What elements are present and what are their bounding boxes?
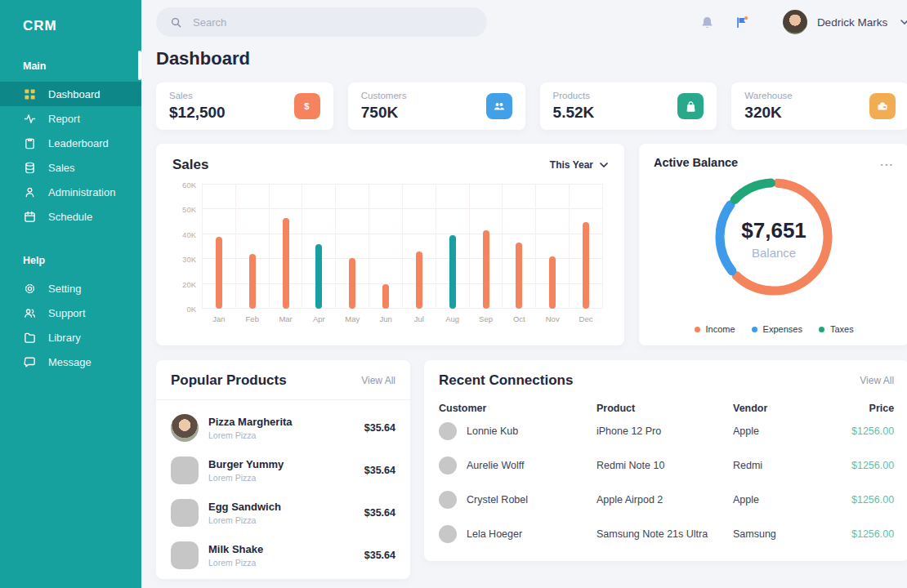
table-row[interactable]: Lela HoegerSamsung Note 21s UltraSamsung… — [439, 517, 894, 551]
customer-cell: Lonnie Kub — [439, 422, 596, 440]
topbar-right: Dedrick Marks — [700, 10, 907, 34]
product-cell: Redmi Note 10 — [596, 460, 733, 471]
sidebar-item-label: Sales — [48, 162, 75, 174]
sidebar-item-label: Schedule — [48, 211, 92, 223]
stat-text: Customers750K — [361, 91, 407, 122]
column-header-product: Product — [596, 403, 733, 414]
bar-jul — [416, 252, 422, 309]
sidebar-item-label: Library — [48, 332, 81, 344]
connections-table-header: CustomerProductVendorPrice — [439, 403, 894, 414]
product-info: Milk ShakeLorem Pizza — [208, 543, 263, 568]
connections-view-all-link[interactable]: View All — [860, 375, 894, 386]
vendor-cell: Apple — [733, 494, 851, 506]
topbar: Dedrick Marks — [156, 6, 907, 38]
lists-row: Popular Products View All Pizza Margheri… — [156, 360, 907, 579]
people-icon — [486, 93, 512, 119]
database-icon — [23, 161, 36, 174]
recent-connections-card: Recent Connections View All CustomerProd… — [424, 360, 907, 561]
product-item-burger-yummy[interactable]: Burger YummyLorem Pizza$35.64 — [171, 449, 395, 492]
year-filter-label: This Year — [550, 159, 593, 171]
products-view-all-link[interactable]: View All — [361, 375, 395, 386]
chevron-down-icon — [600, 163, 608, 167]
table-row[interactable]: Crystel RobelApple Airpod 2Apple$1256.00 — [439, 483, 894, 517]
chevron-down-icon[interactable] — [900, 20, 907, 24]
recent-connections-title: Recent Connections — [439, 372, 573, 389]
table-row[interactable]: Lonnie KubiPhone 12 ProApple$1256.00 — [439, 414, 894, 448]
x-tick-label: Jan — [203, 314, 235, 323]
sidebar-item-administration[interactable]: Administration — [0, 180, 141, 204]
product-thumbnail — [171, 541, 199, 569]
column-header-vendor: Vendor — [733, 403, 851, 414]
year-filter-dropdown[interactable]: This Year — [550, 159, 608, 171]
connections-table-body: Lonnie KubiPhone 12 ProApple$1256.00Aure… — [439, 414, 894, 551]
stat-card-products: Products5.52K — [540, 82, 717, 130]
sidebar-nav: MainDashboardReportLeaderboardSalesAdmin… — [0, 60, 141, 374]
product-item-milk-shake[interactable]: Milk ShakeLorem Pizza$35.64 — [171, 534, 395, 577]
sidebar-scrollbar[interactable] — [138, 51, 141, 80]
x-tick-label: May — [336, 314, 369, 323]
product-thumbnail — [171, 414, 199, 442]
sales-bar-chart: 0K20K30K40K50K60KJanFebMarAprMayJunJulAu… — [172, 176, 608, 330]
x-tick-label: Jun — [369, 314, 402, 323]
y-tick-label: 50K — [182, 205, 196, 214]
product-item-egg-sandwich[interactable]: Egg SandwichLorem Pizza$35.64 — [171, 492, 395, 534]
sidebar-item-dashboard[interactable]: Dashboard — [0, 82, 141, 106]
product-cell: Samsung Note 21s Ultra — [596, 528, 733, 540]
user-name[interactable]: Dedrick Marks — [817, 16, 887, 29]
notification-bell-icon[interactable] — [700, 16, 714, 29]
legend-item-taxes: Taxes — [819, 324, 854, 334]
clipboard-icon — [23, 136, 36, 149]
product-price: $35.64 — [364, 550, 395, 561]
box-icon — [869, 93, 896, 119]
product-subtitle: Lorem Pizza — [208, 430, 293, 440]
product-subtitle: Lorem Pizza — [208, 515, 281, 525]
stat-value: 5.52K — [553, 104, 595, 122]
table-row[interactable]: Aurelie WolffRedmi Note 10Redmi$1256.00 — [439, 448, 894, 483]
sidebar-item-library[interactable]: Library — [0, 325, 141, 350]
bar-jan — [216, 237, 222, 309]
chart-column-aug: Aug — [436, 185, 469, 309]
product-subtitle: Lorem Pizza — [208, 473, 284, 483]
stat-label: Warehouse — [744, 91, 792, 100]
stat-card-sales: Sales$12,500$ — [156, 82, 333, 130]
search-input[interactable] — [193, 16, 473, 29]
column-header-customer: Customer — [439, 403, 596, 414]
sidebar-item-label: Administration — [48, 186, 115, 198]
chart-column-nov: Nov — [535, 185, 569, 309]
sidebar-item-leaderboard[interactable]: Leaderboard — [0, 131, 141, 155]
vendor-cell: Redmi — [733, 460, 851, 471]
product-name: Burger Yummy — [208, 458, 284, 470]
stat-text: Warehouse320K — [744, 91, 792, 122]
y-tick-label: 60K — [182, 180, 196, 189]
price-cell: $1256.00 — [851, 494, 894, 506]
chart-column-mar: Mar — [269, 185, 302, 309]
product-price: $35.64 — [364, 465, 395, 476]
balance-donut-chart: $7,651 Balance — [709, 172, 838, 305]
sidebar-item-support[interactable]: Support — [0, 301, 141, 325]
legend-item-expenses: Expenses — [752, 324, 802, 334]
sidebar-item-report[interactable]: Report — [0, 106, 141, 131]
users-icon — [23, 306, 36, 319]
x-tick-label: Nov — [536, 314, 569, 323]
ellipsis-menu-icon[interactable]: ... — [880, 159, 894, 166]
popular-products-title: Popular Products — [171, 372, 287, 389]
stat-label: Products — [553, 91, 595, 100]
price-cell: $1256.00 — [851, 528, 894, 540]
legend-label: Taxes — [830, 324, 854, 334]
bar-mar — [283, 218, 289, 309]
sidebar-item-schedule[interactable]: Schedule — [0, 204, 141, 229]
product-item-pizza-margherita[interactable]: Pizza MargheritaLorem Pizza$35.64 — [171, 407, 395, 449]
active-balance-card: Active Balance ... $7,651 Balance Income… — [639, 144, 907, 345]
sidebar-item-label: Leaderboard — [48, 137, 109, 149]
sidebar-item-setting[interactable]: Setting — [0, 276, 141, 301]
sidebar-item-sales[interactable]: Sales — [0, 155, 141, 180]
user-avatar[interactable] — [783, 10, 807, 34]
flag-notification-icon[interactable] — [735, 16, 748, 29]
chart-column-sep: Sep — [469, 185, 503, 309]
balance-value: $7,651 — [741, 218, 806, 243]
product-info: Burger YummyLorem Pizza — [208, 458, 284, 483]
sidebar-item-label: Dashboard — [48, 88, 101, 100]
balance-label: Balance — [752, 246, 796, 260]
stat-label: Sales — [169, 91, 226, 100]
sidebar-item-message[interactable]: Message — [0, 350, 141, 374]
